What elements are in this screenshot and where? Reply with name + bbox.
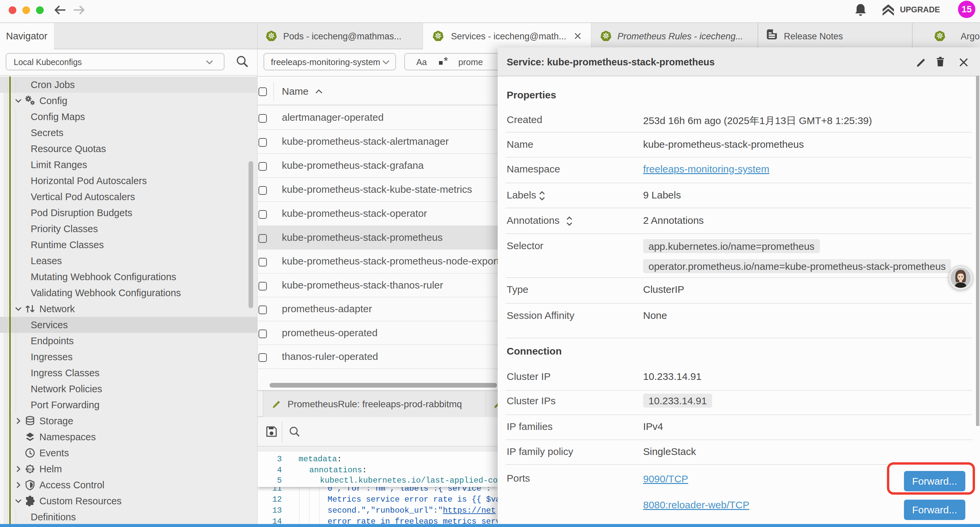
svg-text:HELM: HELM — [26, 468, 34, 471]
